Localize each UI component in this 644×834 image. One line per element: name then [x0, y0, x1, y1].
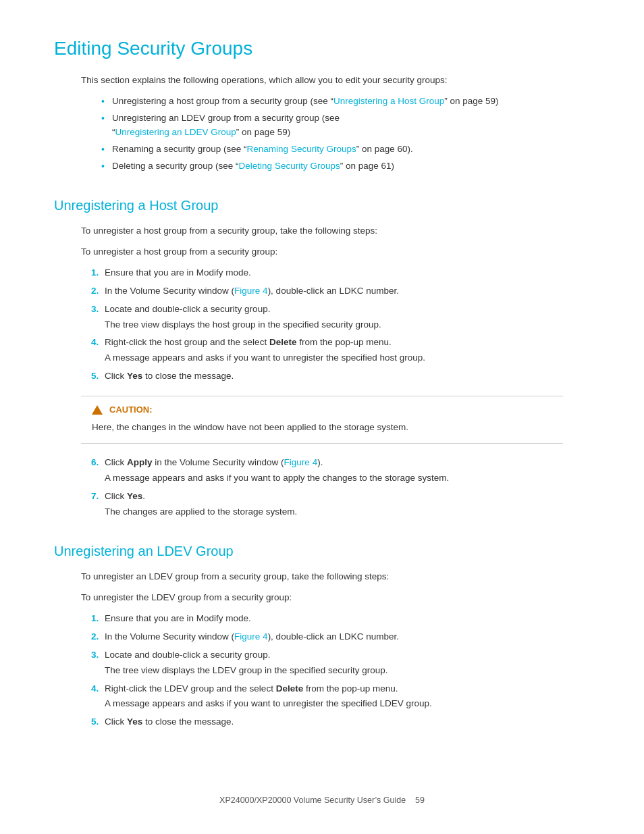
caution-header: CAUTION:: [92, 403, 552, 417]
caution-text: Here, the changes in the window have not…: [92, 422, 408, 432]
step-2: In the Volume Security window (Figure 4)…: [91, 284, 590, 298]
list-item: Deleting a security group (see “Deleting…: [101, 159, 590, 174]
link-unregistering-ldev-group[interactable]: Unregistering an LDEV Group: [115, 127, 236, 137]
ldev-step-5: Click Yes to close the message.: [91, 715, 590, 729]
intro-paragraph: This section explains the following oper…: [81, 74, 590, 88]
footer-text: XP24000/XP20000 Volume Security User’s G…: [219, 796, 406, 805]
ldev-group-steps: Ensure that you are in Modify mode. In t…: [91, 612, 590, 729]
step-3: Locate and double-click a security group…: [91, 303, 590, 332]
page-title: Editing Security Groups: [54, 34, 590, 63]
list-item: Unregistering an LDEV group from a secur…: [101, 111, 590, 140]
step-4: Right-click the host group and the selec…: [91, 336, 590, 365]
caution-triangle-icon: [92, 405, 103, 415]
step-5: Click Yes to close the message.: [91, 369, 590, 384]
link-unregistering-host-group[interactable]: Unregistering a Host Group: [333, 96, 444, 106]
ldev-step-3: Locate and double-click a security group…: [91, 648, 590, 678]
step-6: Click Apply in the Volume Security windo…: [91, 456, 590, 486]
link-renaming-security-groups[interactable]: Renaming Security Groups: [247, 144, 356, 154]
ldev-group-intro2: To unregister the LDEV group from a secu…: [81, 591, 590, 605]
host-group-steps: Ensure that you are in Modify mode. In t…: [91, 266, 590, 384]
step-1: Ensure that you are in Modify mode.: [91, 266, 590, 280]
intro-bullet-list: Unregistering a host group from a securi…: [101, 95, 590, 174]
section-title-host-group: Unregistering a Host Group: [54, 195, 590, 216]
link-figure4-step6[interactable]: Figure 4: [284, 457, 318, 467]
page-footer: XP24000/XP20000 Volume Security User’s G…: [0, 794, 644, 807]
step-7: Click Yes. The changes are applied to th…: [91, 490, 590, 519]
page-number: 59: [415, 796, 425, 805]
ldev-step-1: Ensure that you are in Modify mode.: [91, 612, 590, 626]
host-group-steps-continued: Click Apply in the Volume Security windo…: [91, 456, 590, 519]
section-title-ldev-group: Unregistering an LDEV Group: [54, 541, 590, 562]
ldev-step-4: Right-click the LDEV group and the selec…: [91, 682, 590, 712]
host-group-intro1: To unregister a host group from a securi…: [81, 224, 590, 238]
ldev-group-intro1: To unregister an LDEV group from a secur…: [81, 570, 590, 584]
link-deleting-security-groups[interactable]: Deleting Security Groups: [239, 161, 340, 171]
ldev-step-2: In the Volume Security window (Figure 4)…: [91, 630, 590, 644]
caution-label: CAUTION:: [109, 403, 153, 417]
host-group-intro2: To unregister a host group from a securi…: [81, 245, 590, 259]
list-item: Renaming a security group (see “Renaming…: [101, 142, 590, 157]
list-item: Unregistering a host group from a securi…: [101, 95, 590, 109]
link-figure4-step2[interactable]: Figure 4: [234, 286, 268, 296]
caution-box: CAUTION: Here, the changes in the window…: [81, 396, 563, 444]
link-figure4-ldev-step2[interactable]: Figure 4: [234, 631, 268, 642]
